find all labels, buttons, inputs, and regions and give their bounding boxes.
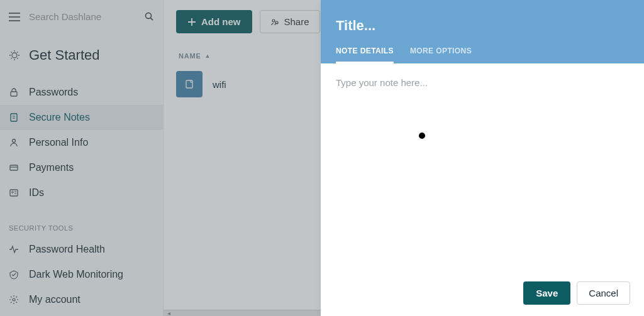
svg-point-8 — [13, 298, 15, 301]
tab-more-options[interactable]: MORE OPTIONS — [410, 46, 472, 63]
nav-item-label: Secure Notes — [29, 112, 90, 123]
gear-icon — [9, 295, 20, 305]
nav-get-started[interactable]: Get Started — [0, 41, 163, 70]
share-icon — [270, 18, 279, 26]
nav-get-started-label: Get Started — [29, 47, 100, 63]
cancel-button[interactable]: Cancel — [577, 281, 630, 305]
column-header-label: NAME — [179, 52, 201, 60]
person-icon — [9, 138, 20, 148]
nav-item-label: Passwords — [29, 87, 78, 98]
id-icon — [9, 188, 20, 198]
search-icon — [145, 12, 154, 21]
svg-rect-6 — [10, 190, 18, 196]
tab-note-details[interactable]: NOTE DETAILS — [336, 46, 394, 63]
nav-item-label: Personal Info — [29, 137, 88, 148]
note-tile-icon — [176, 71, 203, 97]
svg-point-9 — [272, 19, 275, 22]
nav-item-label: Password Health — [29, 244, 105, 255]
note-editor-panel: NOTE DETAILS MORE OPTIONS Save Cancel — [321, 0, 644, 316]
add-new-button[interactable]: Add new — [176, 10, 252, 33]
note-body-textarea[interactable] — [336, 77, 629, 259]
menu-icon[interactable] — [9, 13, 20, 21]
svg-point-4 — [13, 139, 16, 143]
radar-icon — [9, 270, 20, 280]
nav-item-passwords[interactable]: Passwords — [0, 80, 163, 105]
nav-item-dark-web[interactable]: Dark Web Monitoring — [0, 262, 163, 287]
note-name: wifi — [213, 79, 226, 90]
share-button[interactable]: Share — [260, 10, 320, 33]
sidebar: Search Dashlane Get Started Pa — [0, 0, 164, 316]
svg-rect-2 — [11, 92, 17, 96]
nav-item-password-health[interactable]: Password Health — [0, 237, 163, 262]
svg-point-0 — [146, 13, 152, 19]
editor-body — [321, 63, 644, 273]
nav-item-label: Dark Web Monitoring — [29, 269, 123, 280]
editor-header: NOTE DETAILS MORE OPTIONS — [321, 0, 644, 63]
svg-point-1 — [12, 53, 17, 58]
search-placeholder: Search Dashlane — [29, 11, 101, 22]
lightbulb-icon — [9, 50, 20, 61]
nav-item-my-account[interactable]: My account — [0, 287, 163, 312]
nav-item-payments[interactable]: Payments — [0, 155, 163, 180]
lock-icon — [9, 87, 20, 97]
cursor-dot — [419, 133, 425, 139]
svg-rect-11 — [186, 80, 192, 88]
nav-section-label: SECURITY TOOLS — [0, 205, 163, 237]
search-input[interactable]: Search Dashlane — [29, 11, 154, 22]
note-icon — [9, 112, 20, 123]
add-new-label: Add new — [201, 16, 241, 27]
card-icon — [9, 163, 20, 173]
note-title-input[interactable] — [336, 18, 629, 34]
editor-footer: Save Cancel — [321, 273, 644, 316]
share-label: Share — [284, 16, 309, 27]
chevron-left-icon: ◂ — [167, 310, 170, 316]
plus-icon — [187, 18, 196, 26]
nav-item-label: Payments — [29, 162, 74, 173]
nav-item-label: My account — [29, 294, 80, 305]
pulse-icon — [9, 244, 20, 254]
svg-rect-5 — [10, 165, 18, 170]
nav-item-secure-notes[interactable]: Secure Notes — [0, 105, 163, 130]
nav-item-label: IDs — [29, 187, 44, 199]
save-button[interactable]: Save — [523, 281, 570, 305]
svg-rect-3 — [11, 114, 17, 121]
nav-item-personal-info[interactable]: Personal Info — [0, 130, 163, 155]
sort-asc-icon: ▲ — [205, 53, 211, 59]
svg-point-7 — [12, 192, 14, 193]
nav-item-ids[interactable]: IDs — [0, 180, 163, 205]
